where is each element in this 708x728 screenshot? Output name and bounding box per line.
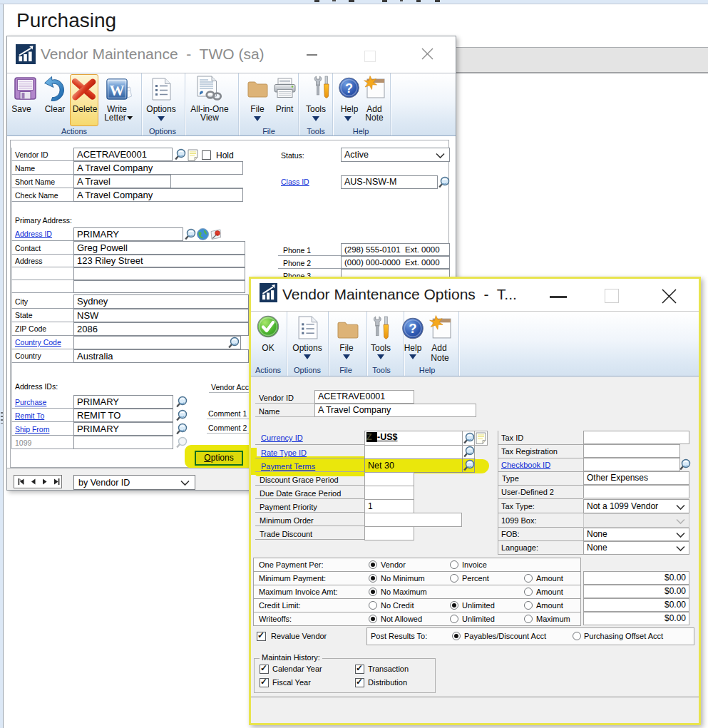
svg-text:W: W — [110, 82, 125, 99]
svg-text:?: ? — [345, 81, 353, 96]
svg-text:?: ? — [409, 321, 416, 336]
